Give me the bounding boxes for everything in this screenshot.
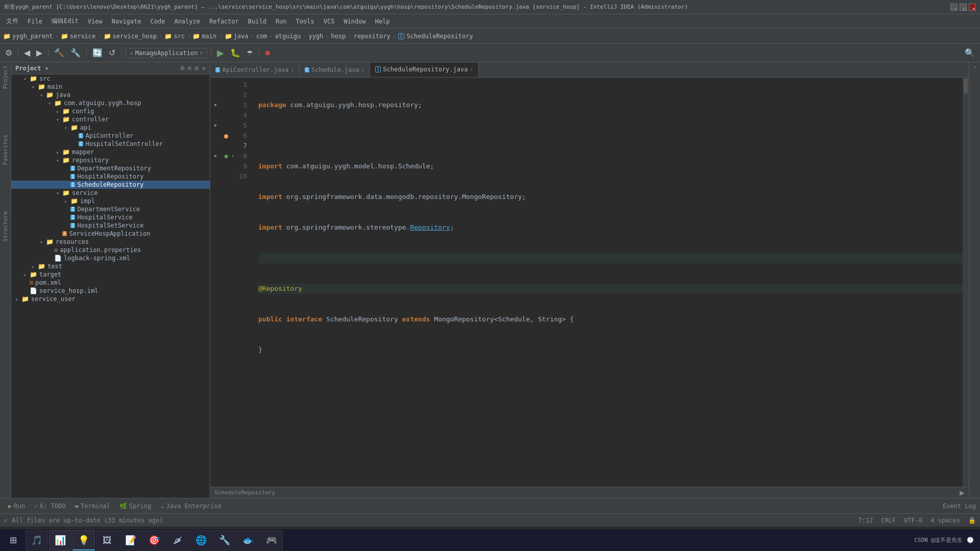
bc-hosp[interactable]: hosp <box>331 33 346 40</box>
tree-node-serviceuser[interactable]: ▸ 📁 service_user <box>11 295 210 303</box>
toolbar-sync[interactable]: 🔄 <box>90 47 105 59</box>
taskbar-app-target[interactable]: 🎯 <box>143 530 165 550</box>
tree-sync-icon[interactable]: ⊞ <box>181 64 185 72</box>
tree-node-hospsetservice[interactable]: ▸ I HospitalSetService <box>11 221 210 230</box>
minimize-button[interactable]: — <box>950 4 958 11</box>
bottom-tab-spring[interactable]: 🌿 Spring <box>115 502 155 511</box>
close-button[interactable]: ✕ <box>969 4 976 11</box>
lock-icon[interactable]: 🔒 <box>968 517 976 524</box>
tree-node-application[interactable]: ▸ A ServiceHospApplication <box>11 230 210 238</box>
titlebar-controls[interactable]: — □ ✕ <box>950 4 976 11</box>
menu-tools[interactable]: Tools <box>292 17 318 26</box>
tree-node-logback[interactable]: ▸ 📄 logback-spring.xml <box>11 254 210 262</box>
tree-node-deptrepo[interactable]: ▸ I DepartmentRepository <box>11 164 210 172</box>
fold-marker-3[interactable]: ▼ <box>210 100 220 110</box>
bc-service[interactable]: 📁 service <box>61 33 96 40</box>
tree-node-repository[interactable]: ▾ 📁 repository <box>11 156 210 164</box>
taskbar-app-folder[interactable]: 🖼 <box>96 530 118 550</box>
tree-node-service[interactable]: ▾ 📁 service <box>11 189 210 197</box>
taskbar-app-fish[interactable]: 🐟 <box>237 530 259 550</box>
debug-button[interactable]: 🐛 <box>228 47 242 59</box>
tree-node-controller[interactable]: ▾ 📁 controller <box>11 115 210 123</box>
charset[interactable]: UTF-8 <box>904 517 922 524</box>
tab-schedule-close[interactable]: × <box>361 67 364 73</box>
bc-java[interactable]: 📁 java <box>225 33 249 40</box>
menu-help[interactable]: Help <box>371 17 394 26</box>
tree-node-deptservice[interactable]: ▸ I DepartmentService <box>11 205 210 213</box>
menu-file[interactable]: 文件 <box>2 16 22 27</box>
bottom-tab-jee[interactable]: ☕ Java Enterprise <box>156 502 226 511</box>
tree-node-java[interactable]: ▾ 📁 java <box>11 91 210 99</box>
run-config-selector[interactable]: ☕ ManageApplication ▾ <box>125 48 207 58</box>
bc-yygh[interactable]: yygh <box>308 33 323 40</box>
menu-edit[interactable]: 编辑Edit <box>47 16 83 27</box>
toolbar-forward[interactable]: ▶ <box>34 47 44 59</box>
menu-build[interactable]: Build <box>244 17 271 26</box>
taskbar-app-word[interactable]: 📝 <box>119 530 142 550</box>
bc-main[interactable]: 📁 main <box>192 33 216 40</box>
taskbar-app-red[interactable]: 🌶 <box>166 530 189 550</box>
tree-node-iml[interactable]: ▸ 📄 service_hosp.iml <box>11 287 210 295</box>
bc-yygh-parent[interactable]: 📁 yygh_parent <box>3 33 53 40</box>
fold-marker-8[interactable]: ▼ <box>210 151 220 161</box>
tree-settings-icon[interactable]: ⚙ <box>194 64 199 72</box>
bottom-tab-run[interactable]: ▶ Run <box>4 502 29 511</box>
toolbar-settings[interactable]: ⚙ <box>3 47 14 59</box>
tree-node-mapper[interactable]: ▸ 📁 mapper <box>11 148 210 156</box>
toolbar-refresh[interactable]: ↺ <box>107 47 117 59</box>
indent-size[interactable]: 4 spaces <box>930 517 960 524</box>
tree-node-main[interactable]: ▾ 📁 main <box>11 83 210 91</box>
bc-com[interactable]: com <box>256 33 267 40</box>
menu-vcs[interactable]: VCS <box>320 17 339 26</box>
bottom-tab-todo[interactable]: ✓ 6: TODO <box>30 502 70 511</box>
tab-apicontroller[interactable]: C ApiController.java × <box>210 63 300 77</box>
start-button[interactable]: ⊞ <box>2 530 24 550</box>
tab-schedule[interactable]: C Schedule.java × <box>300 63 370 77</box>
menu-view[interactable]: View <box>84 17 107 26</box>
tree-node-src[interactable]: ▾ 📁 src <box>11 74 210 83</box>
bottom-tab-terminal[interactable]: ▬ Terminal <box>71 502 114 511</box>
menu-file-en[interactable]: File <box>23 17 46 26</box>
event-log[interactable]: Event Log <box>943 503 976 510</box>
menu-analyze[interactable]: Analyze <box>170 17 204 26</box>
maximize-button[interactable]: □ <box>960 4 967 11</box>
tree-node-config[interactable]: ▸ 📁 config <box>11 107 210 115</box>
tree-node-apicontroller[interactable]: ▸ C ApiController <box>11 132 210 140</box>
tree-node-test[interactable]: ▸ 📁 test <box>11 262 210 270</box>
toolbar-build[interactable]: 🔨 <box>52 47 66 59</box>
menu-navigate[interactable]: Navigate <box>108 17 145 26</box>
bc-schedule-repository[interactable]: I ScheduleRepository <box>398 33 473 40</box>
tree-node-api[interactable]: ▾ 📁 api <box>11 123 210 132</box>
editor-content[interactable]: ▼ ▼ ▼ ● <box>210 78 969 487</box>
tree-node-pom[interactable]: ▸ m pom.xml <box>11 279 210 287</box>
tree-node-pkg[interactable]: ▾ 📁 com.atguigu.yygh.hosp <box>11 99 210 107</box>
toolbar-build2[interactable]: 🔧 <box>68 47 83 59</box>
menu-code[interactable]: Code <box>146 17 169 26</box>
tree-node-hospitalsetcontroller[interactable]: ▸ C HospitalSetController <box>11 140 210 148</box>
menu-run[interactable]: Run <box>272 17 291 26</box>
taskbar-app-game[interactable]: 🎮 <box>260 530 283 550</box>
menu-window[interactable]: Window <box>339 17 370 26</box>
line-ending[interactable]: CRLF <box>881 517 896 524</box>
tree-node-schedulerepo[interactable]: ▸ I ScheduleRepository <box>11 181 210 189</box>
taskbar-app-intellij[interactable]: 💡 <box>72 530 95 550</box>
menu-refactor[interactable]: Refactor <box>205 17 243 26</box>
coverage-button[interactable]: ☂ <box>244 48 255 58</box>
run-button[interactable]: ▶ <box>215 46 226 60</box>
tab-schedulerepo-close[interactable]: × <box>470 67 473 72</box>
bc-service-hosp[interactable]: 📁 service_hosp <box>104 33 157 40</box>
tab-apicontroller-close[interactable]: × <box>290 67 293 73</box>
bc-repository[interactable]: repository <box>354 33 390 40</box>
tab-schedulerepo[interactable]: I ScheduleRepository.java × <box>370 63 479 77</box>
sidebar-structure-label[interactable]: Structure <box>1 210 10 243</box>
sidebar-project-label[interactable]: Project <box>1 64 10 90</box>
bc-src[interactable]: 📁 src <box>164 33 185 40</box>
code-area[interactable]: package com.atguigu.yygh.hosp.repository… <box>250 78 963 487</box>
tree-node-appprops[interactable]: ▸ ⚙ application.properties <box>11 246 210 254</box>
caret-position[interactable]: 7:12 <box>858 517 873 524</box>
taskbar-app-chart[interactable]: 📊 <box>49 530 71 550</box>
tree-node-hosprepo[interactable]: ▸ I HospitalRepository <box>11 172 210 181</box>
tree-node-impl[interactable]: ▸ 📁 impl <box>11 197 210 205</box>
taskbar-app-tool[interactable]: 🔧 <box>213 530 236 550</box>
right-sidebar-validate[interactable]: ✓ <box>971 64 978 71</box>
